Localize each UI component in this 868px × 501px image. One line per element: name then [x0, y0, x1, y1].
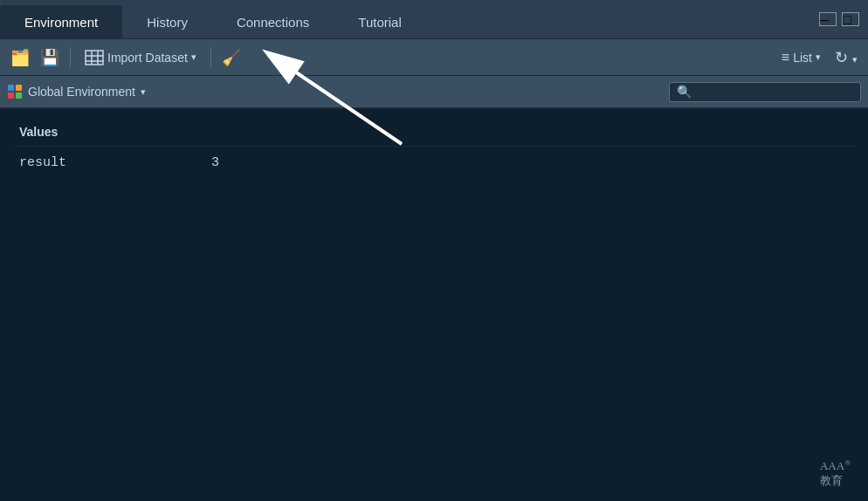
values-header: Values — [14, 118, 854, 147]
environment-label: Global Environment — [28, 85, 135, 99]
tab-environment[interactable]: Environment — [0, 5, 122, 38]
table-row: result 3 — [14, 147, 854, 179]
maximize-icon[interactable]: □ — [842, 12, 859, 26]
broom-button[interactable]: 🧹 — [218, 45, 245, 71]
tab-history[interactable]: History — [122, 5, 212, 38]
import-dropdown-arrow: ▾ — [191, 51, 196, 63]
search-box[interactable]: 🔍 — [669, 82, 861, 102]
environment-bar: Global Environment ▾ 🔍 — [0, 76, 868, 109]
separator-1 — [70, 47, 71, 68]
broom-icon: 🧹 — [222, 48, 241, 67]
svg-rect-7 — [8, 93, 14, 99]
minimize-icon[interactable]: — — [819, 12, 837, 26]
folder-open-icon: 🗂️ — [10, 48, 30, 67]
window-controls: — □ — [819, 5, 868, 38]
svg-rect-8 — [16, 93, 22, 99]
refresh-icon: ↻ — [835, 49, 848, 66]
content-area: 🗂️ 💾 Import Dataset ▾ 🧹 ≡ — [0, 39, 868, 501]
import-dataset-label: Import Dataset — [107, 51, 188, 65]
refresh-button[interactable]: ↻ ▾ — [831, 45, 861, 71]
global-env-icon — [7, 84, 23, 100]
search-input[interactable] — [697, 86, 853, 99]
svg-rect-6 — [16, 85, 22, 91]
separator-2 — [210, 47, 211, 68]
variable-value: 3 — [211, 155, 219, 170]
list-view-button[interactable]: ≡ List ▾ — [775, 46, 828, 69]
refresh-dropdown-arrow: ▾ — [852, 54, 858, 65]
table-grid-icon — [85, 50, 104, 65]
environment-selector[interactable]: Global Environment ▾ — [7, 84, 146, 100]
svg-rect-5 — [8, 85, 14, 91]
save-icon: 💾 — [40, 48, 59, 67]
svg-rect-0 — [86, 51, 103, 65]
save-button[interactable]: 💾 — [37, 45, 63, 71]
list-label: List — [793, 51, 812, 65]
main-content: Values result 3 — [0, 109, 868, 501]
tab-bar: Environment History Connections Tutorial… — [0, 0, 868, 39]
list-dropdown-arrow: ▾ — [816, 51, 821, 63]
tab-tutorial[interactable]: Tutorial — [334, 5, 425, 38]
import-dataset-button[interactable]: Import Dataset ▾ — [78, 46, 203, 69]
search-icon: 🔍 — [677, 85, 692, 100]
variable-name: result — [19, 155, 211, 170]
open-folder-button[interactable]: 🗂️ — [7, 45, 33, 71]
toolbar: 🗂️ 💾 Import Dataset ▾ 🧹 ≡ — [0, 39, 868, 76]
env-dropdown-arrow: ▾ — [141, 86, 146, 98]
tab-connections[interactable]: Connections — [212, 5, 334, 38]
list-icon: ≡ — [782, 50, 789, 65]
